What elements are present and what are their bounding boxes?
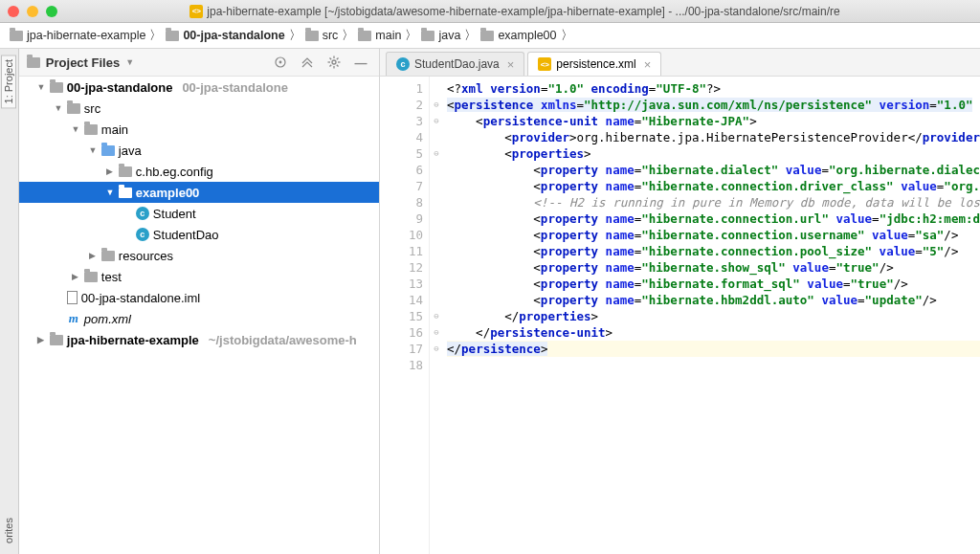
line-number[interactable]: 5 bbox=[380, 145, 423, 162]
tree-row[interactable]: ▶resources bbox=[19, 245, 379, 266]
line-number[interactable]: 16 bbox=[380, 324, 423, 341]
line-number[interactable]: 14 bbox=[380, 292, 423, 308]
fold-marker[interactable] bbox=[430, 211, 443, 227]
tree-row[interactable]: mpom.xml bbox=[19, 308, 379, 329]
line-number[interactable]: 8 bbox=[380, 194, 423, 211]
tree-row[interactable]: ▶jpa-hibernate-example~/jstobigdata/awes… bbox=[19, 329, 379, 350]
code-line[interactable]: <properties> bbox=[447, 145, 980, 162]
code-line[interactable]: </persistence> bbox=[447, 341, 980, 357]
line-number[interactable]: 15 bbox=[380, 308, 423, 324]
fold-marker[interactable] bbox=[430, 80, 443, 97]
fold-marker[interactable] bbox=[430, 129, 443, 145]
code-line[interactable]: <property name="hibernate.show_sql" valu… bbox=[447, 259, 980, 276]
close-icon[interactable]: × bbox=[644, 57, 652, 72]
tree-row[interactable]: cStudent bbox=[19, 203, 379, 224]
tree-row[interactable]: ▼main bbox=[19, 119, 379, 140]
code-line[interactable]: <persistence xmlns="http://java.sun.com/… bbox=[447, 97, 980, 113]
fold-marker[interactable]: ⊖ bbox=[430, 97, 443, 113]
tree-row[interactable]: ▶test bbox=[19, 266, 379, 287]
line-number[interactable]: 18 bbox=[380, 357, 423, 373]
code-line[interactable]: <?xml version="1.0" encoding="UTF-8"?> bbox=[447, 80, 980, 97]
gear-icon[interactable] bbox=[323, 52, 345, 73]
code-line[interactable]: <!-- H2 is running in pure in Memory db … bbox=[447, 194, 980, 211]
fold-marker[interactable] bbox=[430, 243, 443, 259]
tree-twisty-icon[interactable]: ▶ bbox=[36, 335, 46, 344]
line-number[interactable]: 10 bbox=[380, 227, 423, 243]
code-line[interactable]: <persistence-unit name="Hibernate-JPA"> bbox=[447, 113, 980, 129]
line-number[interactable]: 1 bbox=[380, 80, 423, 97]
tree-twisty-icon[interactable]: ▼ bbox=[71, 124, 80, 134]
tree-row[interactable]: 00-jpa-standalone.iml bbox=[19, 287, 379, 308]
tree-twisty-icon[interactable]: ▼ bbox=[36, 82, 46, 92]
breadcrumb-item[interactable]: main bbox=[358, 29, 401, 42]
code-line[interactable]: <property name="hibernate.format_sql" va… bbox=[447, 276, 980, 292]
fold-marker[interactable] bbox=[430, 292, 443, 308]
fold-marker[interactable] bbox=[430, 194, 443, 211]
tree-row[interactable]: ▼src bbox=[19, 98, 379, 119]
maximize-window-button[interactable] bbox=[46, 6, 57, 17]
line-number[interactable]: 17 bbox=[380, 341, 423, 357]
fold-marker[interactable]: ⊖ bbox=[430, 308, 443, 324]
tree-twisty-icon[interactable]: ▶ bbox=[105, 166, 115, 176]
code-line[interactable] bbox=[447, 357, 980, 373]
line-number[interactable]: 4 bbox=[380, 129, 423, 145]
fold-marker[interactable] bbox=[430, 162, 443, 178]
project-tree[interactable]: ▼00-jpa-standalone00-jpa-standalone▼src▼… bbox=[19, 77, 379, 554]
code-editor[interactable]: 123456789101112131415161718 ⊖⊖⊖⊖⊖⊖ <?xml… bbox=[380, 77, 980, 554]
tree-twisty-icon[interactable]: ▼ bbox=[88, 145, 98, 155]
tree-twisty-icon[interactable]: ▶ bbox=[88, 251, 98, 260]
code-line[interactable]: <property name="hibernate.dialect" value… bbox=[447, 162, 980, 178]
close-window-button[interactable] bbox=[8, 6, 19, 17]
fold-marker[interactable] bbox=[430, 276, 443, 292]
line-number-gutter[interactable]: 123456789101112131415161718 bbox=[380, 77, 430, 554]
close-icon[interactable]: × bbox=[507, 57, 515, 72]
locate-icon[interactable] bbox=[270, 52, 291, 73]
breadcrumb-item[interactable]: src bbox=[305, 29, 339, 42]
chevron-down-icon[interactable]: ▼ bbox=[125, 57, 134, 67]
fold-column[interactable]: ⊖⊖⊖⊖⊖⊖ bbox=[430, 77, 443, 554]
collapse-all-icon[interactable] bbox=[297, 52, 318, 73]
breadcrumb-item[interactable]: java bbox=[421, 29, 460, 42]
project-tool-button[interactable]: 1: Project bbox=[1, 55, 16, 108]
fold-marker[interactable]: ⊖ bbox=[430, 145, 443, 162]
editor-tab[interactable]: <>persistence.xml× bbox=[527, 52, 661, 76]
code-line[interactable]: <property name="hibernate.connection.url… bbox=[447, 211, 980, 227]
tree-row[interactable]: ▼00-jpa-standalone00-jpa-standalone bbox=[19, 77, 379, 98]
editor-tab[interactable]: cStudentDao.java× bbox=[386, 52, 524, 76]
line-number[interactable]: 6 bbox=[380, 162, 423, 178]
line-number[interactable]: 2 bbox=[380, 97, 423, 113]
code-line[interactable]: <property name="hibernate.hbm2ddl.auto" … bbox=[447, 292, 980, 308]
tree-twisty-icon[interactable]: ▼ bbox=[54, 103, 63, 113]
line-number[interactable]: 13 bbox=[380, 276, 423, 292]
breadcrumb-item[interactable]: example00 bbox=[480, 29, 556, 42]
tree-row[interactable]: ▶c.hb.eg.config bbox=[19, 161, 379, 182]
favorites-tool-button[interactable]: orites bbox=[1, 513, 16, 548]
fold-marker[interactable]: ⊖ bbox=[430, 341, 443, 357]
code-line[interactable]: <property name="hibernate.connection.poo… bbox=[447, 243, 980, 259]
fold-marker[interactable]: ⊖ bbox=[430, 113, 443, 129]
code-line[interactable]: <property name="hibernate.connection.dri… bbox=[447, 178, 980, 194]
code-line[interactable]: <property name="hibernate.connection.use… bbox=[447, 227, 980, 243]
tree-row[interactable]: ▼example00 bbox=[19, 182, 379, 203]
line-number[interactable]: 12 bbox=[380, 259, 423, 276]
code-line[interactable]: </properties> bbox=[447, 308, 980, 324]
line-number[interactable]: 11 bbox=[380, 243, 423, 259]
tree-twisty-icon[interactable]: ▶ bbox=[71, 272, 80, 281]
breadcrumb-item[interactable]: jpa-hibernate-example bbox=[10, 29, 145, 42]
fold-marker[interactable] bbox=[430, 259, 443, 276]
line-number[interactable]: 9 bbox=[380, 211, 423, 227]
code-line[interactable]: </persistence-unit> bbox=[447, 324, 980, 341]
fold-marker[interactable] bbox=[430, 227, 443, 243]
fold-marker[interactable]: ⊖ bbox=[430, 324, 443, 341]
tree-row[interactable]: cStudentDao bbox=[19, 224, 379, 245]
fold-marker[interactable] bbox=[430, 178, 443, 194]
line-number[interactable]: 3 bbox=[380, 113, 423, 129]
hide-icon[interactable]: — bbox=[350, 52, 371, 73]
breadcrumb-item[interactable]: 00-jpa-standalone bbox=[166, 29, 284, 42]
tree-twisty-icon[interactable]: ▼ bbox=[105, 188, 115, 197]
fold-marker[interactable] bbox=[430, 357, 443, 373]
code-content[interactable]: <?xml version="1.0" encoding="UTF-8"?><p… bbox=[443, 77, 980, 554]
project-view-title[interactable]: Project Files bbox=[46, 55, 120, 70]
tree-row[interactable]: ▼java bbox=[19, 140, 379, 161]
code-line[interactable]: <provider>org.hibernate.jpa.HibernatePer… bbox=[447, 129, 980, 145]
